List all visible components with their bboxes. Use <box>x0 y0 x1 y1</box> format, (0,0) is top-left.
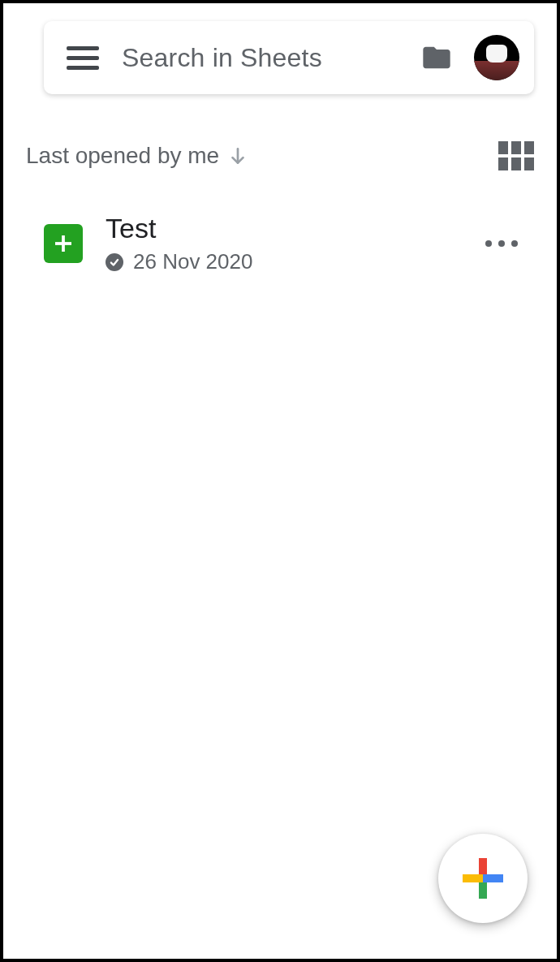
sort-dropdown[interactable]: Last opened by me <box>26 143 248 169</box>
sheets-file-icon <box>44 224 83 263</box>
offline-available-icon <box>106 253 123 271</box>
file-date: 26 Nov 2020 <box>133 249 252 274</box>
file-title: Test <box>106 213 454 244</box>
search-input[interactable]: Search in Sheets <box>122 43 399 73</box>
account-avatar[interactable] <box>474 35 519 80</box>
arrow-down-icon <box>227 145 248 166</box>
search-bar: Search in Sheets <box>44 21 534 94</box>
sort-row: Last opened by me <box>26 132 534 180</box>
more-options-icon[interactable] <box>477 232 526 255</box>
folder-icon[interactable] <box>419 41 454 74</box>
menu-icon[interactable] <box>67 40 102 75</box>
file-meta: Test 26 Nov 2020 <box>106 213 454 274</box>
file-subtitle: 26 Nov 2020 <box>106 249 454 274</box>
create-new-fab[interactable] <box>438 834 528 923</box>
plus-icon <box>463 858 503 899</box>
file-row[interactable]: Test 26 Nov 2020 <box>44 213 526 274</box>
grid-view-icon[interactable] <box>498 141 534 170</box>
sort-label-text: Last opened by me <box>26 143 219 169</box>
